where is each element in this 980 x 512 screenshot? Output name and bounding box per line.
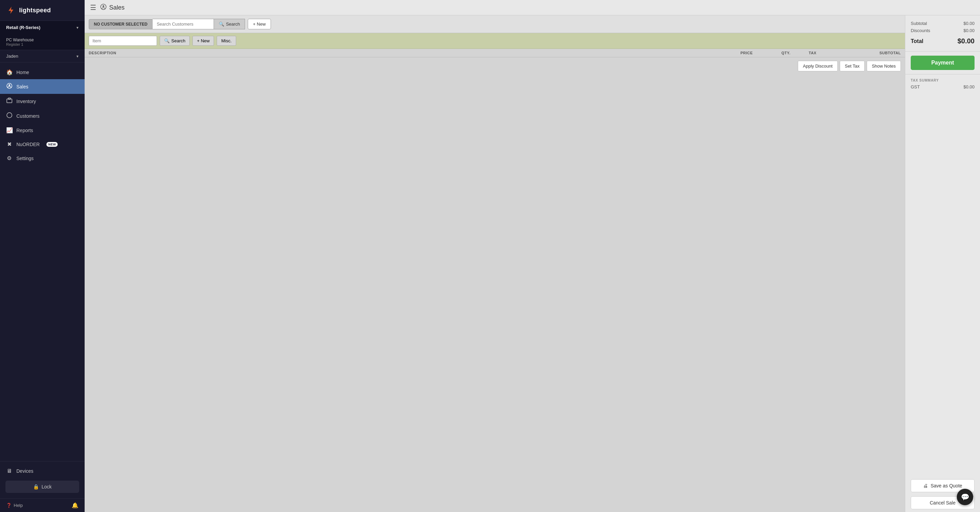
svg-point-6 [103,5,104,7]
gst-value: $0.00 [963,84,975,89]
tax-summary-heading: TAX SUMMARY [911,78,975,82]
logo-area: lightspeed [0,0,84,21]
register-info: PC Warehouse Register 1 [0,34,84,50]
misc-label: Misc. [221,38,231,43]
user-selector[interactable]: Jaden ▾ [0,50,84,62]
register-sub: Register 1 [6,42,78,46]
item-search-label: Search [171,38,185,43]
item-search-icon: 🔍 [164,38,170,43]
sidebar-item-inventory[interactable]: Inventory [0,94,84,108]
sidebar: lightspeed Retail (R-Series) ▾ PC Wareho… [0,0,84,512]
sidebar-item-reports-label: Reports [16,128,33,133]
help-icon: ❓ [6,503,11,508]
sidebar-item-reports[interactable]: 📈 Reports [0,123,84,137]
sidebar-bottom: 🖥 Devices 🔒 Lock [0,461,84,498]
save-quote-label: Save as Quote [931,483,962,488]
top-bar: ☰ Sales [84,0,980,15]
sidebar-nav: 🏠 Home Sales Inventory Customers 📈 Repor… [0,62,84,461]
no-customer-button[interactable]: NO CUSTOMER SELECTED [89,19,153,29]
svg-point-4 [7,113,12,118]
sidebar-item-devices[interactable]: 🖥 Devices [0,464,84,478]
sales-empty-area [84,75,905,512]
sidebar-item-settings-label: Settings [16,156,34,161]
lock-icon: 🔒 [33,484,39,490]
item-bar: 🔍 Search + New Misc. [84,33,905,49]
nuorder-icon: ✖ [6,141,12,147]
chat-icon: 💬 [961,493,969,501]
sidebar-footer: ❓ Help 🔔 [0,498,84,512]
apply-discount-button[interactable]: Apply Discount [798,61,838,71]
sidebar-item-settings[interactable]: ⚙ Settings [0,151,84,165]
search-icon: 🔍 [219,21,224,27]
sidebar-item-home[interactable]: 🏠 Home [0,65,84,79]
inventory-icon [6,97,12,105]
chevron-down-icon: ▾ [76,25,78,30]
discounts-value: $0.00 [963,28,975,33]
nuorder-badge: NEW [46,142,58,147]
show-notes-label: Show Notes [872,64,896,69]
total-amount: $0.00 [958,37,975,45]
tax-summary-section: TAX SUMMARY GST $0.00 [905,74,980,94]
hamburger-menu-icon[interactable]: ☰ [90,3,96,11]
chat-bubble-button[interactable]: 💬 [957,489,973,505]
sidebar-item-nuorder[interactable]: ✖ NuORDER NEW [0,137,84,151]
item-search-button[interactable]: 🔍 Search [160,36,190,46]
payment-label: Payment [931,60,954,65]
misc-button[interactable]: Misc. [217,36,236,46]
col-qty: QTY. [781,51,809,55]
table-header: DESCRIPTION PRICE QTY. TAX SUBTOTAL [84,49,905,57]
search-customer-input[interactable] [153,19,214,29]
lock-button[interactable]: 🔒 Lock [5,481,79,493]
sidebar-item-sales[interactable]: Sales [0,79,84,94]
sales-area: NO CUSTOMER SELECTED 🔍 Search + New 🔍 Se… [84,15,905,512]
devices-icon: 🖥 [6,468,12,474]
lock-label: Lock [41,484,52,490]
total-label: Total [911,38,923,45]
content-wrapper: NO CUSTOMER SELECTED 🔍 Search + New 🔍 Se… [84,15,980,512]
store-name: Retail (R-Series) [6,25,40,30]
logo-text: lightspeed [19,7,51,14]
page-title: Sales [109,4,124,11]
payment-button[interactable]: Payment [911,56,975,70]
new-customer-label: + New [253,21,266,27]
subtotal-label: Subtotal [911,21,927,26]
col-price: PRICE [740,51,781,55]
set-tax-label: Set Tax [845,64,859,69]
customer-bar: NO CUSTOMER SELECTED 🔍 Search + New [84,15,905,33]
notification-icon[interactable]: 🔔 [72,502,78,509]
main-area: ☰ Sales NO CUSTOMER SELECTED 🔍 Search + … [84,0,980,512]
sidebar-item-nuorder-label: NuORDER [16,142,40,147]
action-row: Apply Discount Set Tax Show Notes [84,57,905,75]
search-customer-button[interactable]: 🔍 Search [214,19,245,29]
page-title-area: Sales [100,4,124,11]
help-link[interactable]: ❓ Help [6,503,23,508]
new-customer-button[interactable]: + New [248,19,270,29]
cancel-sale-label: Cancel Sale [930,500,956,506]
store-selector[interactable]: Retail (R-Series) ▾ [0,21,84,34]
register-name: PC Warehouse [6,38,78,42]
set-tax-button[interactable]: Set Tax [840,61,865,71]
right-panel: Subtotal $0.00 Discounts $0.00 Total $0.… [905,15,980,512]
subtotal-value: $0.00 [963,21,975,26]
sidebar-item-customers[interactable]: Customers [0,108,84,123]
sidebar-item-home-label: Home [16,70,29,75]
subtotal-row: Subtotal $0.00 [911,21,975,26]
home-icon: 🏠 [6,69,12,75]
item-input[interactable] [89,36,157,46]
reports-icon: 📈 [6,127,12,134]
gst-label: GST [911,84,920,89]
new-item-button[interactable]: + New [192,36,214,46]
user-name: Jaden [6,54,18,59]
total-row: Total $0.00 [911,35,975,45]
customers-icon [6,112,12,120]
show-notes-button[interactable]: Show Notes [867,61,901,71]
gst-row: GST $0.00 [911,84,975,89]
discounts-label: Discounts [911,28,930,33]
discounts-row: Discounts $0.00 [911,28,975,33]
svg-point-1 [8,84,10,86]
user-chevron-icon: ▾ [76,54,78,59]
help-label: Help [14,503,23,508]
sidebar-item-devices-label: Devices [16,468,33,474]
sidebar-item-inventory-label: Inventory [16,99,36,104]
sidebar-item-customers-label: Customers [16,113,40,119]
